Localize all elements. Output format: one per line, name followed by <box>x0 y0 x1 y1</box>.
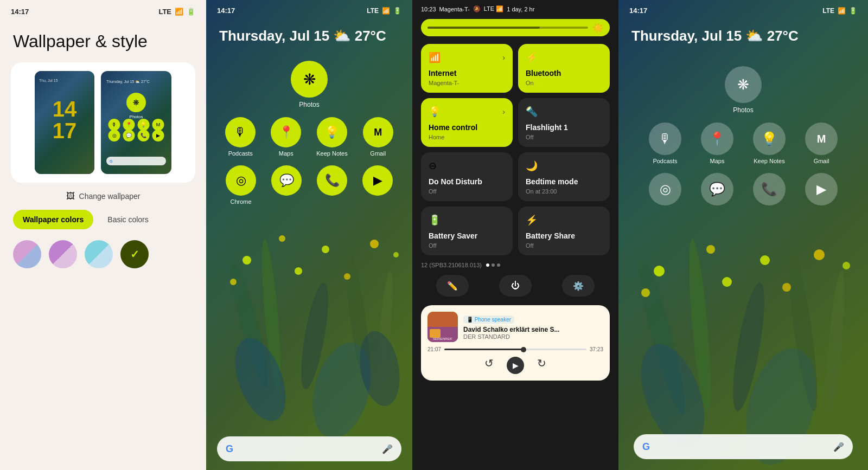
app-label-photos: Photos <box>299 101 319 108</box>
bedtime-icon: 🌙 <box>526 160 538 172</box>
qs-settings-button[interactable]: ⚙️ <box>562 275 595 297</box>
qs-bottom-actions: ✏️ ⏻ ⚙️ <box>412 271 618 301</box>
app-photos-p4[interactable]: ❋ Photos <box>725 66 762 114</box>
app-photos[interactable]: ❋ Photos <box>291 61 328 108</box>
app-podcasts[interactable]: 🎙 Podcasts <box>225 117 256 157</box>
qs-tile-internet[interactable]: 📶 › Internet Magenta-T- <box>421 44 513 93</box>
battery-p3: 1 day, 2 hr <box>507 6 534 12</box>
app-gmail-p4[interactable]: M Gmail <box>805 123 838 164</box>
qs-dot-2 <box>492 263 495 267</box>
mic-icon-p4[interactable]: 🎤 <box>833 442 844 452</box>
app-label-keep-p4: Keep Notes <box>754 158 784 164</box>
page-title: Wallpaper & style <box>0 20 206 62</box>
app-icon-phone-p4: 📞 <box>753 173 786 205</box>
tab-wallpaper-colors[interactable]: Wallpaper colors <box>13 210 93 229</box>
panel-home-screen: 14:17 LTE 📶 🔋 Thursday, Jul 15 ⛅ 27°C ❋ … <box>206 0 412 470</box>
qs-tile-internet-header: 📶 › <box>429 51 505 63</box>
google-g-logo: G <box>226 443 233 455</box>
qs-tile-home-subtitle: Home <box>429 134 505 140</box>
media-seekbar[interactable] <box>444 349 586 350</box>
media-rewind-button[interactable]: ↺ <box>484 357 494 374</box>
color-swatch-2[interactable] <box>49 240 77 268</box>
app-chrome[interactable]: ◎ Chrome <box>226 165 256 205</box>
search-bar-p4[interactable]: G 🎤 <box>634 434 853 459</box>
qs-tile-internet-subtitle: Magenta-T- <box>429 80 505 86</box>
qs-tile-dnd-subtitle: Off <box>429 188 505 195</box>
app-phone[interactable]: 📞 <box>317 165 347 205</box>
home-screen-preview[interactable]: Thursday, Jul 15 ⛅ 27°C ❋ Photos 🎙 📍 💡 M… <box>101 71 171 174</box>
app-play-p4[interactable]: ▶ <box>805 173 838 208</box>
home-screen-2-content: 14:17 LTE 📶 🔋 Thursday, Jul 15 ⛅ 27°C ❋ … <box>618 0 868 470</box>
lock-screen-preview[interactable]: Thu, Jul 15 1417 <box>35 71 94 174</box>
qs-tile-flashlight[interactable]: 🔦 Flashlight 1 Off <box>518 98 610 147</box>
color-swatch-3[interactable] <box>85 240 113 268</box>
qs-tile-dnd[interactable]: ⊖ Do Not Disturb Off <box>421 152 513 201</box>
qs-tile-dnd-title: Do Not Disturb <box>429 177 505 186</box>
dnd-icon: ⊖ <box>429 160 437 172</box>
home-control-arrow-icon: › <box>502 107 505 116</box>
app-icon-podcasts-p4: 🎙 <box>649 123 681 155</box>
status-right-p4: LTE 📶 🔋 <box>822 7 857 15</box>
app-label-photos-p4: Photos <box>733 106 753 114</box>
qs-tile-battery-share[interactable]: ⚡ Battery Share Off <box>518 207 610 255</box>
color-tabs: Wallpaper colors Basic colors <box>13 210 193 229</box>
change-wallpaper-button[interactable]: 🖼 Change wallpaper <box>0 191 206 201</box>
media-artist: DER STANDARD <box>463 333 603 340</box>
qs-tile-home-header: 💡 › <box>429 106 505 118</box>
color-swatch-4-selected[interactable]: ✓ <box>120 240 149 268</box>
app-label-podcasts: Podcasts <box>228 150 253 157</box>
qs-tile-flashlight-title: Flashlight 1 <box>526 123 602 132</box>
qs-tile-bluetooth-header: ⚡ <box>526 51 602 63</box>
qs-tile-home-control[interactable]: 💡 › Home control Home <box>421 98 513 147</box>
qs-tile-bluetooth[interactable]: ⚡ Bluetooth On <box>518 44 610 93</box>
home-screen-content: 14:17 LTE 📶 🔋 Thursday, Jul 15 ⛅ 27°C ❋ … <box>206 0 412 470</box>
app-messages-p4[interactable]: 💬 <box>701 173 733 208</box>
lte-label-p2: LTE <box>367 7 379 15</box>
tab-basic-colors[interactable]: Basic colors <box>98 210 158 229</box>
qs-tile-internet-title: Internet <box>429 69 505 78</box>
app-icon-maps: 📍 <box>271 117 301 147</box>
app-gmail[interactable]: M Gmail <box>363 117 393 157</box>
app-maps-p4[interactable]: 📍 Maps <box>701 123 733 164</box>
app-icon-messages: 💬 <box>271 165 302 196</box>
battery-share-icon: ⚡ <box>526 214 538 226</box>
app-row-2: ◎ Chrome 💬 📞 ▶ <box>226 165 393 205</box>
qs-power-button[interactable]: ⏻ <box>499 275 532 297</box>
qs-media-info: 📱 Phone speaker David Schalko erklärt se… <box>463 314 603 340</box>
search-bar-p2[interactable]: G 🎤 <box>217 436 401 461</box>
app-messages[interactable]: 💬 <box>271 165 302 205</box>
app-podcasts-p4[interactable]: 🎙 Podcasts <box>649 123 681 164</box>
app-play-store[interactable]: ▶ <box>362 165 393 205</box>
app-keep-notes[interactable]: 💡 Keep Notes <box>316 117 347 157</box>
brightness-control[interactable]: ☀️ <box>421 19 610 36</box>
app-chrome-p4[interactable]: ◎ <box>649 173 681 208</box>
app-phone-p4[interactable]: 📞 <box>753 173 786 208</box>
color-swatches: ✓ <box>13 240 193 268</box>
media-progress-bar: 21:07 37:23 <box>427 346 603 352</box>
change-wallpaper-label: Change wallpaper <box>79 192 141 201</box>
media-fast-forward-button[interactable]: ↻ <box>537 357 546 374</box>
signal-icon-p2: 📶 <box>382 7 390 15</box>
app-keep-p4[interactable]: 💡 Keep Notes <box>753 123 786 164</box>
app-icon-photos: ❋ <box>291 61 328 98</box>
qs-dot-1 <box>486 263 489 267</box>
qs-tiles-grid: 📶 › Internet Magenta-T- ⚡ Bluetooth On 💡… <box>412 40 618 260</box>
qs-media-player: SERIENREIF 📱 Phone speaker David Schalko… <box>421 305 610 381</box>
wallpaper-icon: 🖼 <box>66 191 75 201</box>
app-maps[interactable]: 📍 Maps <box>271 117 301 157</box>
status-bar-panel2: 14:17 LTE 📶 🔋 <box>206 0 412 17</box>
brightness-bar[interactable] <box>427 27 588 29</box>
mic-icon[interactable]: 🎤 <box>382 444 393 454</box>
internet-arrow-icon: › <box>502 53 505 62</box>
qs-tile-flashlight-subtitle: Off <box>526 134 602 140</box>
wallpaper-preview-container: Thu, Jul 15 1417 Thursday, Jul 15 ⛅ 27°C… <box>11 62 195 183</box>
color-swatch-1[interactable] <box>13 240 41 268</box>
app-label-keep-notes: Keep Notes <box>316 150 347 157</box>
qs-tile-battery-saver[interactable]: 🔋 Battery Saver Off <box>421 207 513 255</box>
app-label-maps: Maps <box>279 150 293 157</box>
qs-tile-bedtime[interactable]: 🌙 Bedtime mode On at 23:00 <box>518 152 610 201</box>
media-play-button[interactable]: ▶ <box>507 357 524 374</box>
mute-icon: 🔕 <box>473 5 481 12</box>
qs-tile-battery-share-title: Battery Share <box>526 231 602 240</box>
qs-edit-button[interactable]: ✏️ <box>436 275 469 297</box>
